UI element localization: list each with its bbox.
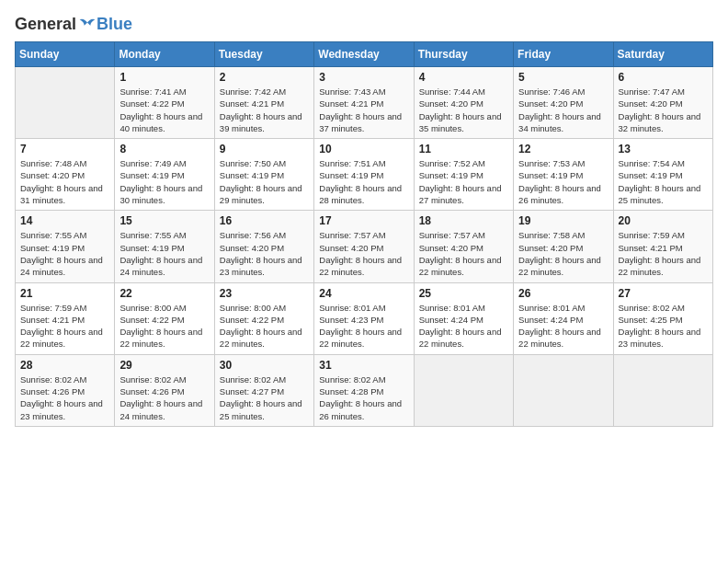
calendar-cell: 6 Sunrise: 7:47 AM Sunset: 4:20 PM Dayli… (613, 67, 712, 139)
day-number: 23 (220, 287, 309, 300)
calendar-cell: 24 Sunrise: 8:01 AM Sunset: 4:23 PM Dayl… (314, 282, 414, 354)
day-header-saturday: Saturday (613, 42, 712, 67)
day-info: Sunrise: 7:50 AM Sunset: 4:19 PM Dayligh… (220, 157, 309, 206)
calendar-week-1: 1 Sunrise: 7:41 AM Sunset: 4:22 PM Dayli… (16, 67, 713, 139)
day-number: 1 (119, 71, 209, 84)
calendar-cell: 30 Sunrise: 8:02 AM Sunset: 4:27 PM Dayl… (214, 354, 313, 426)
calendar-cell: 15 Sunrise: 7:55 AM Sunset: 4:19 PM Dayl… (115, 211, 214, 282)
day-number: 3 (319, 71, 408, 84)
day-number: 15 (119, 214, 209, 227)
calendar-table: SundayMondayTuesdayWednesdayThursdayFrid… (15, 41, 713, 427)
day-number: 17 (319, 214, 408, 227)
day-number: 27 (619, 287, 708, 300)
day-header-monday: Monday (115, 42, 214, 67)
calendar-cell (613, 354, 712, 426)
calendar-cell: 17 Sunrise: 7:57 AM Sunset: 4:20 PM Dayl… (314, 211, 414, 282)
day-number: 8 (119, 143, 209, 155)
day-info: Sunrise: 7:55 AM Sunset: 4:19 PM Dayligh… (20, 229, 109, 278)
logo-bird-icon (78, 17, 97, 32)
day-header-friday: Friday (514, 42, 613, 67)
page-header: General Blue (15, 15, 713, 34)
calendar-cell (16, 67, 115, 139)
day-number: 21 (20, 287, 109, 300)
calendar-cell: 26 Sunrise: 8:01 AM Sunset: 4:24 PM Dayl… (514, 282, 613, 354)
day-info: Sunrise: 8:02 AM Sunset: 4:25 PM Dayligh… (619, 302, 708, 350)
calendar-cell: 21 Sunrise: 7:59 AM Sunset: 4:21 PM Dayl… (16, 282, 115, 354)
calendar-week-5: 28 Sunrise: 8:02 AM Sunset: 4:26 PM Dayl… (16, 354, 713, 426)
calendar-cell: 12 Sunrise: 7:53 AM Sunset: 4:19 PM Dayl… (514, 139, 613, 211)
calendar-cell: 22 Sunrise: 8:00 AM Sunset: 4:22 PM Dayl… (115, 282, 214, 354)
day-number: 10 (319, 143, 408, 155)
calendar-cell: 23 Sunrise: 8:00 AM Sunset: 4:22 PM Dayl… (214, 282, 313, 354)
day-info: Sunrise: 7:55 AM Sunset: 4:19 PM Dayligh… (119, 229, 209, 278)
day-header-sunday: Sunday (16, 42, 115, 67)
day-header-thursday: Thursday (414, 42, 513, 67)
day-number: 2 (220, 71, 309, 84)
day-info: Sunrise: 8:01 AM Sunset: 4:23 PM Dayligh… (319, 302, 408, 350)
day-info: Sunrise: 7:59 AM Sunset: 4:21 PM Dayligh… (20, 302, 109, 350)
day-number: 18 (419, 214, 508, 227)
calendar-cell: 9 Sunrise: 7:50 AM Sunset: 4:19 PM Dayli… (214, 139, 313, 211)
day-info: Sunrise: 8:01 AM Sunset: 4:24 PM Dayligh… (518, 302, 608, 350)
day-number: 29 (119, 359, 209, 372)
day-number: 24 (319, 287, 408, 300)
day-info: Sunrise: 7:59 AM Sunset: 4:21 PM Dayligh… (619, 229, 708, 278)
calendar-cell: 27 Sunrise: 8:02 AM Sunset: 4:25 PM Dayl… (613, 282, 712, 354)
day-number: 20 (619, 214, 708, 227)
calendar-cell: 8 Sunrise: 7:49 AM Sunset: 4:19 PM Dayli… (115, 139, 214, 211)
day-number: 9 (220, 143, 309, 155)
day-number: 30 (220, 359, 309, 372)
day-info: Sunrise: 7:58 AM Sunset: 4:20 PM Dayligh… (518, 229, 608, 278)
calendar-cell: 10 Sunrise: 7:51 AM Sunset: 4:19 PM Dayl… (314, 139, 414, 211)
day-info: Sunrise: 7:53 AM Sunset: 4:19 PM Dayligh… (518, 157, 608, 206)
calendar-body: 1 Sunrise: 7:41 AM Sunset: 4:22 PM Dayli… (16, 67, 713, 427)
day-number: 6 (619, 71, 708, 84)
day-info: Sunrise: 8:01 AM Sunset: 4:24 PM Dayligh… (419, 302, 508, 350)
day-number: 26 (518, 287, 608, 300)
calendar-week-2: 7 Sunrise: 7:48 AM Sunset: 4:20 PM Dayli… (16, 139, 713, 211)
calendar-cell: 25 Sunrise: 8:01 AM Sunset: 4:24 PM Dayl… (414, 282, 513, 354)
day-info: Sunrise: 7:44 AM Sunset: 4:20 PM Dayligh… (419, 86, 508, 134)
day-number: 19 (518, 214, 608, 227)
calendar-cell: 20 Sunrise: 7:59 AM Sunset: 4:21 PM Dayl… (613, 211, 712, 282)
logo: General Blue (15, 15, 132, 34)
day-info: Sunrise: 7:51 AM Sunset: 4:19 PM Dayligh… (319, 157, 408, 206)
day-info: Sunrise: 8:02 AM Sunset: 4:28 PM Dayligh… (319, 373, 408, 422)
day-info: Sunrise: 7:41 AM Sunset: 4:22 PM Dayligh… (119, 86, 209, 134)
day-header-tuesday: Tuesday (214, 42, 313, 67)
calendar-cell: 18 Sunrise: 7:57 AM Sunset: 4:20 PM Dayl… (414, 211, 513, 282)
day-header-wednesday: Wednesday (314, 42, 414, 67)
day-info: Sunrise: 8:00 AM Sunset: 4:22 PM Dayligh… (220, 302, 309, 350)
calendar-cell: 7 Sunrise: 7:48 AM Sunset: 4:20 PM Dayli… (16, 139, 115, 211)
day-number: 5 (518, 71, 608, 84)
day-info: Sunrise: 7:57 AM Sunset: 4:20 PM Dayligh… (319, 229, 408, 278)
day-info: Sunrise: 7:56 AM Sunset: 4:20 PM Dayligh… (220, 229, 309, 278)
calendar-cell: 5 Sunrise: 7:46 AM Sunset: 4:20 PM Dayli… (514, 67, 613, 139)
day-info: Sunrise: 7:57 AM Sunset: 4:20 PM Dayligh… (419, 229, 508, 278)
day-info: Sunrise: 8:02 AM Sunset: 4:27 PM Dayligh… (220, 373, 309, 422)
calendar-week-4: 21 Sunrise: 7:59 AM Sunset: 4:21 PM Dayl… (16, 282, 713, 354)
calendar-cell: 31 Sunrise: 8:02 AM Sunset: 4:28 PM Dayl… (314, 354, 414, 426)
calendar-cell: 19 Sunrise: 7:58 AM Sunset: 4:20 PM Dayl… (514, 211, 613, 282)
calendar-cell (514, 354, 613, 426)
day-number: 16 (220, 214, 309, 227)
calendar-cell: 13 Sunrise: 7:54 AM Sunset: 4:19 PM Dayl… (613, 139, 712, 211)
day-number: 25 (419, 287, 508, 300)
calendar-week-3: 14 Sunrise: 7:55 AM Sunset: 4:19 PM Dayl… (16, 211, 713, 282)
logo-blue-text: Blue (97, 15, 132, 34)
day-info: Sunrise: 7:52 AM Sunset: 4:19 PM Dayligh… (419, 157, 508, 206)
day-info: Sunrise: 7:43 AM Sunset: 4:21 PM Dayligh… (319, 86, 408, 134)
calendar-header-row: SundayMondayTuesdayWednesdayThursdayFrid… (16, 42, 713, 67)
day-info: Sunrise: 7:42 AM Sunset: 4:21 PM Dayligh… (220, 86, 309, 134)
calendar-cell: 14 Sunrise: 7:55 AM Sunset: 4:19 PM Dayl… (16, 211, 115, 282)
day-info: Sunrise: 8:00 AM Sunset: 4:22 PM Dayligh… (119, 302, 209, 350)
calendar-cell: 3 Sunrise: 7:43 AM Sunset: 4:21 PM Dayli… (314, 67, 414, 139)
day-info: Sunrise: 8:02 AM Sunset: 4:26 PM Dayligh… (119, 373, 209, 422)
day-number: 4 (419, 71, 508, 84)
calendar-cell: 29 Sunrise: 8:02 AM Sunset: 4:26 PM Dayl… (115, 354, 214, 426)
day-info: Sunrise: 7:47 AM Sunset: 4:20 PM Dayligh… (619, 86, 708, 134)
calendar-cell: 28 Sunrise: 8:02 AM Sunset: 4:26 PM Dayl… (16, 354, 115, 426)
calendar-cell: 16 Sunrise: 7:56 AM Sunset: 4:20 PM Dayl… (214, 211, 313, 282)
day-info: Sunrise: 8:02 AM Sunset: 4:26 PM Dayligh… (20, 373, 109, 422)
calendar-cell: 4 Sunrise: 7:44 AM Sunset: 4:20 PM Dayli… (414, 67, 513, 139)
